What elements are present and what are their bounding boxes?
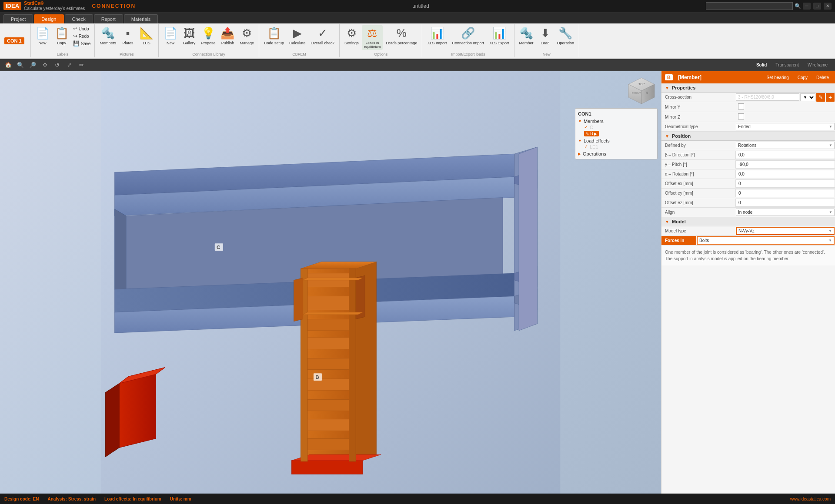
cross-section-row: Cross-section 3 - RHS120/80/8.0 ▼ ✎ +: [661, 93, 835, 102]
pencil-button[interactable]: ✏: [77, 60, 86, 70]
code-setup-button[interactable]: 📋 Code setup: [262, 25, 286, 46]
maximize-button[interactable]: □: [813, 3, 821, 10]
import-export-group-label: Import/Export loads: [451, 51, 485, 56]
plates-icon: ▪: [126, 27, 130, 40]
home-button[interactable]: 🏠: [3, 60, 13, 70]
delete-member-button[interactable]: Delete: [814, 74, 832, 81]
close-button[interactable]: ✕: [824, 3, 832, 10]
minimize-button[interactable]: ─: [803, 3, 811, 10]
set-bearing-button[interactable]: Set bearing: [764, 74, 792, 81]
loads-percentage-button[interactable]: % Loads percentage: [384, 25, 419, 46]
search-input[interactable]: [706, 2, 793, 10]
tab-materials[interactable]: Materials: [124, 14, 158, 23]
rotation-row: α – Rotation [°] 0,0: [661, 169, 835, 179]
copy-button[interactable]: 📋 Copy: [53, 25, 71, 46]
conn-new-button[interactable]: 📄 New: [161, 25, 180, 46]
new-button[interactable]: 📄 New: [33, 25, 52, 46]
xls-export-button[interactable]: 📊 XLS Export: [487, 25, 511, 46]
load-button[interactable]: ⬇ Load: [537, 25, 554, 46]
zoom-out-button[interactable]: 🔎: [28, 60, 37, 70]
redo-button[interactable]: ↪ Redo: [72, 33, 92, 40]
tab-design[interactable]: Design: [34, 14, 63, 23]
properties-section-header[interactable]: ▼ Properties: [661, 83, 835, 93]
model-section-header[interactable]: ▼ Model: [661, 217, 835, 226]
members-button[interactable]: 🔩 Members: [97, 25, 118, 46]
properties-section-title: Properties: [672, 85, 695, 90]
align-dropdown[interactable]: In node ▼: [736, 209, 835, 216]
pitch-value[interactable]: -90,0: [735, 160, 835, 169]
labels-group-label: Labels: [57, 51, 69, 56]
copy-member-button[interactable]: Copy: [795, 74, 810, 81]
gallery-button[interactable]: 🖼 Gallery: [180, 25, 198, 46]
wireframe-view-button[interactable]: Wireframe: [804, 61, 832, 69]
tree-load-effects-section[interactable]: ▼ Load effects: [578, 138, 655, 143]
transparent-view-button[interactable]: Transparent: [772, 61, 803, 69]
tree-operations-section[interactable]: ▶ Operations: [578, 151, 655, 156]
tab-check[interactable]: Check: [65, 14, 93, 23]
solid-view-button[interactable]: Solid: [752, 61, 771, 69]
model-type-selected: N-Vy-Vz: [738, 229, 755, 233]
fit-button[interactable]: ⤢: [64, 60, 74, 70]
search-icon[interactable]: 🔍: [795, 3, 801, 9]
lcs-button[interactable]: 📐 LCS: [137, 25, 156, 46]
publish-button[interactable]: 📤 Publish: [218, 25, 237, 46]
loads-equilibrium-button[interactable]: ⚖ Loads inequilibrium: [362, 25, 383, 50]
manage-button[interactable]: ⚙ Manage: [237, 25, 256, 46]
offset-ez-value[interactable]: 0: [735, 199, 835, 207]
mirror-y-checkbox[interactable]: [738, 103, 744, 109]
tree-item-b[interactable]: ✎ B ▶: [584, 130, 655, 137]
position-section-header[interactable]: ▼ Position: [661, 132, 835, 141]
svg-rect-26: [307, 358, 349, 369]
plates-button[interactable]: ▪ Plates: [119, 25, 137, 46]
propose-label: Propose: [201, 41, 216, 45]
save-button[interactable]: 💾 Save: [72, 40, 92, 47]
offset-ez-row: Offset ez [mm] 0: [661, 198, 835, 208]
svg-text:R: R: [646, 91, 648, 94]
undo-button[interactable]: ↩ Undo: [72, 25, 92, 32]
settings-button[interactable]: ⚙ Settings: [342, 25, 361, 46]
offset-ex-value[interactable]: 0: [735, 179, 835, 188]
defined-by-dropdown[interactable]: Rotations ▼: [736, 142, 835, 149]
member-button[interactable]: 🔩 Member: [517, 25, 536, 46]
mirror-z-checkbox[interactable]: [738, 113, 744, 119]
xls-import-button[interactable]: 📊 XLS Import: [425, 25, 449, 46]
viewport-3d[interactable]: Production cost · 0 €: [0, 71, 661, 494]
propose-button[interactable]: 💡 Propose: [199, 25, 218, 46]
forces-in-dropdown[interactable]: Bolts ▼: [697, 236, 835, 245]
model-type-dropdown[interactable]: N-Vy-Vz ▼: [736, 227, 835, 235]
cube-navigator[interactable]: TOP FRONT R: [626, 76, 657, 106]
svg-marker-34: [303, 312, 363, 315]
lcs-icon: 📐: [140, 27, 154, 40]
direction-value[interactable]: 0,0: [735, 151, 835, 159]
tree-item-c[interactable]: ✓ C: [584, 124, 655, 130]
loads-percentage-icon: %: [397, 27, 407, 40]
tab-report[interactable]: Report: [94, 14, 123, 23]
connection-import-button[interactable]: 🔗 Connection Import: [450, 25, 486, 46]
connection-import-icon: 🔗: [461, 27, 475, 40]
offset-ey-value[interactable]: 0: [735, 189, 835, 197]
new-group-label: New: [543, 51, 551, 56]
overall-check-button[interactable]: ✓ Overall check: [309, 25, 337, 46]
rotate-button[interactable]: ↺: [52, 60, 62, 70]
forces-in-selected: Bolts: [699, 238, 709, 243]
tree-members-section[interactable]: ▼ Members: [578, 119, 655, 124]
cross-section-dropdown[interactable]: ▼: [800, 93, 815, 101]
tab-project[interactable]: Project: [3, 14, 33, 23]
pan-button[interactable]: ✥: [40, 60, 50, 70]
con1-badge[interactable]: CON 1: [4, 37, 24, 44]
svg-marker-14: [519, 147, 537, 331]
cross-section-edit-button[interactable]: ✎: [816, 93, 825, 102]
new-icon: 📄: [36, 27, 50, 40]
tree-member-b-label: B: [590, 131, 593, 136]
operation-button[interactable]: 🔧 Operation: [555, 25, 577, 46]
calculate-button[interactable]: ▶ Calculate: [287, 25, 308, 46]
rotation-value[interactable]: 0,0: [735, 170, 835, 178]
zoom-in-button[interactable]: 🔍: [16, 60, 25, 70]
tree-item-le1[interactable]: ✓ LE1: [584, 143, 655, 150]
svg-rect-23: [307, 296, 349, 310]
geometrical-type-dropdown[interactable]: Ended ▼: [736, 123, 835, 130]
cross-section-add-button[interactable]: +: [826, 93, 835, 102]
website-link[interactable]: www.ideastatica.com: [790, 497, 831, 501]
tree-item-b-selected[interactable]: ✎ B ▶: [584, 131, 599, 136]
svg-rect-28: [307, 399, 349, 411]
